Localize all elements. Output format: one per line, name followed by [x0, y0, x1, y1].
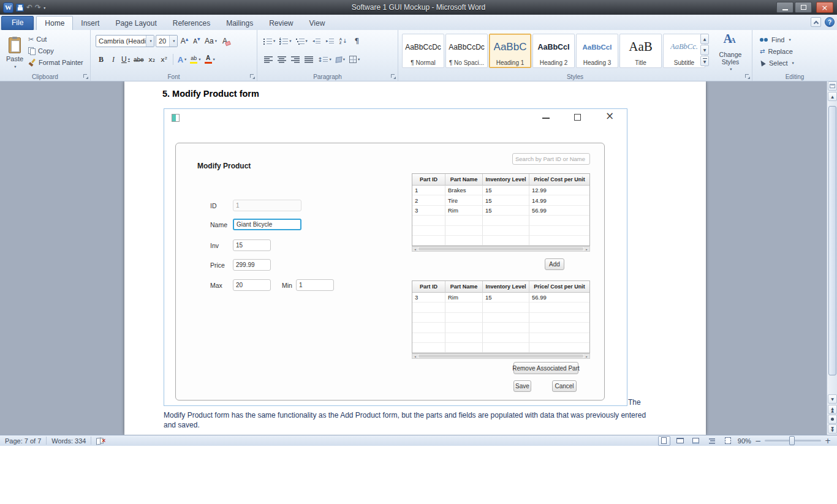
col-price[interactable]: Price/ Cost per Unit	[529, 281, 589, 293]
subscript-button[interactable]: x₂	[146, 53, 157, 66]
bold-button[interactable]: B	[96, 53, 107, 66]
shrink-font-button[interactable]: A▼	[191, 35, 202, 47]
draft-view-button[interactable]	[722, 436, 734, 446]
align-center-button[interactable]	[276, 53, 287, 66]
qat-customize-icon[interactable]: ▾	[44, 6, 45, 10]
next-page-button[interactable]: ▼▼	[828, 424, 837, 434]
scroll-down-button[interactable]: ▼	[828, 394, 837, 404]
price-field[interactable]	[233, 259, 271, 271]
scroll-thumb[interactable]	[418, 247, 583, 250]
save-button[interactable]: Save	[513, 380, 531, 392]
word-app-icon[interactable]: W	[3, 2, 13, 13]
table-cell[interactable]: Rim	[445, 206, 483, 216]
clipboard-dialog-launcher[interactable]	[83, 74, 88, 79]
clear-formatting-button[interactable]: A	[219, 35, 230, 47]
increase-indent-button[interactable]: ▸	[324, 35, 336, 47]
tab-review[interactable]: Review	[261, 17, 301, 30]
show-marks-button[interactable]: ¶	[351, 35, 363, 47]
font-name-combo[interactable]: Cambria (Headi ▾	[96, 35, 154, 47]
name-field[interactable]	[233, 219, 301, 230]
scroll-up-button[interactable]: ▲	[828, 92, 837, 101]
italic-button[interactable]: I	[108, 53, 119, 66]
table-cell[interactable]: 2	[412, 195, 445, 205]
tab-home[interactable]: Home	[36, 16, 73, 30]
table-cell[interactable]: 15	[483, 195, 529, 205]
document-vscrollbar[interactable]: ▲ ▼ ▲▲ ▼▼	[827, 81, 837, 435]
parts-table[interactable]: Part ID Part Name Inventory Level Price/…	[412, 173, 590, 246]
add-button[interactable]: Add	[545, 258, 564, 270]
table-cell[interactable]: 15	[483, 293, 529, 303]
spellcheck-icon[interactable]	[96, 437, 105, 445]
parts-table-hscrollbar[interactable]: ◂ ▸	[412, 246, 590, 252]
embedded-mockup-image[interactable]: × Modify Product ID Name Inv Price Max M…	[164, 108, 627, 406]
table-cell[interactable]: 15	[483, 206, 529, 216]
text-effects-button[interactable]: A▾	[176, 53, 188, 66]
zoom-slider[interactable]	[765, 440, 821, 442]
col-inventory[interactable]: Inventory Level	[483, 174, 529, 186]
style-heading3[interactable]: AaBbCcI Heading 3	[576, 34, 618, 68]
styles-scroll-down-button[interactable]: ▼	[700, 45, 709, 55]
table-cell[interactable]: 14.99	[529, 195, 589, 205]
remove-associated-part-button[interactable]: Remove Associated Part	[513, 362, 578, 374]
undo-icon[interactable]: ↶	[26, 4, 32, 11]
col-part-name[interactable]: Part Name	[445, 281, 483, 293]
decrease-indent-button[interactable]: ◂	[311, 35, 322, 47]
table-cell[interactable]: 3	[412, 206, 445, 216]
tab-mailings[interactable]: Mailings	[218, 17, 261, 30]
scroll-right-icon[interactable]: ▸	[584, 354, 589, 358]
min-field[interactable]	[296, 279, 334, 291]
tab-insert[interactable]: Insert	[73, 17, 107, 30]
strikethrough-button[interactable]: abe	[132, 53, 145, 66]
fullscreen-reading-view-button[interactable]	[674, 436, 686, 446]
previous-page-button[interactable]: ▲▲	[828, 405, 837, 414]
paste-button[interactable]: Paste ▾	[3, 33, 26, 73]
word-count[interactable]: Words: 334	[51, 437, 86, 445]
zoom-level[interactable]: 90%	[738, 437, 751, 445]
table-cell[interactable]: 1	[412, 186, 445, 195]
document-page[interactable]: 5. Modify Product form × Modify Product …	[124, 81, 706, 435]
find-button[interactable]: Find ▾	[760, 34, 794, 45]
table-cell[interactable]: Tire	[445, 195, 483, 205]
change-styles-button[interactable]: AA Change Styles ▾	[712, 32, 749, 75]
close-button[interactable]: ×	[816, 2, 833, 13]
scroll-thumb[interactable]	[418, 355, 583, 358]
cut-button[interactable]: ✂ Cut	[28, 34, 83, 45]
borders-button[interactable]: ▾	[348, 53, 361, 66]
table-cell[interactable]: 12.99	[529, 186, 589, 195]
web-layout-view-button[interactable]	[690, 436, 702, 446]
tab-page-layout[interactable]: Page Layout	[107, 17, 164, 30]
styles-scroll-up-button[interactable]: ▲	[700, 34, 709, 44]
sort-button[interactable]: AZ↓	[338, 35, 349, 47]
scroll-right-icon[interactable]: ▸	[584, 247, 589, 251]
minimize-button[interactable]	[776, 2, 793, 13]
underline-button[interactable]: U▾	[120, 53, 131, 66]
style-heading1[interactable]: AaBbC Heading 1	[489, 34, 531, 68]
font-name-dropdown-icon[interactable]: ▾	[146, 36, 154, 47]
table-cell[interactable]: Rim	[445, 293, 483, 303]
format-painter-button[interactable]: Format Painter	[28, 57, 83, 68]
replace-button[interactable]: ⇄ Replace	[760, 46, 794, 56]
multilevel-list-button[interactable]: ▾	[295, 35, 309, 47]
col-price[interactable]: Price/ Cost per Unit	[529, 174, 589, 186]
font-size-combo[interactable]: 20 ▾	[156, 35, 178, 47]
maximize-button[interactable]	[795, 2, 812, 13]
copy-button[interactable]: Copy	[28, 45, 83, 56]
table-cell[interactable]: Brakes	[445, 186, 483, 195]
scroll-thumb[interactable]	[828, 106, 836, 375]
zoom-slider-thumb[interactable]	[789, 436, 795, 445]
browse-object-button[interactable]	[828, 415, 837, 424]
font-color-button[interactable]: A ▾	[203, 53, 216, 66]
part-search-input[interactable]	[512, 153, 590, 165]
style-heading2[interactable]: AaBbCcI Heading 2	[532, 34, 575, 68]
style-title[interactable]: AaB Title	[619, 34, 662, 68]
cancel-button[interactable]: Cancel	[552, 380, 577, 392]
change-case-button[interactable]: Aa▾	[203, 35, 218, 47]
help-button[interactable]: ?	[825, 17, 835, 27]
grow-font-button[interactable]: A▲	[179, 35, 190, 47]
zoom-out-button[interactable]: −	[755, 437, 761, 445]
line-spacing-button[interactable]: ↕▾	[316, 53, 333, 66]
print-layout-view-button[interactable]	[658, 436, 670, 446]
col-part-id[interactable]: Part ID	[412, 174, 445, 186]
paragraph-dialog-launcher[interactable]	[391, 74, 396, 79]
redo-icon[interactable]: ↷	[35, 4, 41, 11]
